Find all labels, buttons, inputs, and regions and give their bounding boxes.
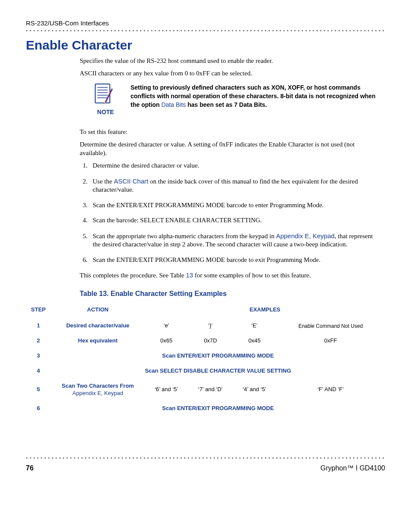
step-5-text-a: Scan the appropriate two alpha-numeric c… [93,233,276,240]
col-step: Step [26,304,51,319]
note-icon [93,83,113,106]
step-1: Determine the desired character or value… [89,162,381,170]
col-examples: Examples [145,304,385,319]
col-action: Action [51,304,145,319]
ascii-chart-link[interactable]: ASCII Chart [114,177,148,185]
table-title: Table 13. Enable Character Setting Examp… [80,289,381,299]
table-row: 4 Scan SELECT DISABLE CHARACTER VALUE SE… [26,364,385,379]
step-3: Scan the ENTER/EXIT PROGRAMMING MODE bar… [89,201,381,210]
note-callout: NOTE Setting to previously defined chara… [93,83,381,116]
step-6: Scan the ENTER/EXIT PROGRAMMING MODE bar… [89,256,381,264]
intro-paragraph-2: ASCII characters or any hex value from 0… [80,69,381,78]
table-row: 3 Scan ENTER/EXIT PROGRAMMING MODE [26,348,385,364]
table-row: 2 Hex equivalent 0x65 0x7D 0x45 0xFF [26,333,385,348]
row5-c4: ‘F’ AND ‘F’ [276,379,385,401]
row2-c1: 0x65 [145,333,188,348]
note-text-part2: has been set as 7 Data Bits. [186,101,267,108]
determine-paragraph: Determine the desired character or value… [80,140,381,157]
closing-text-a: This completes the procedure. See Table [80,272,186,279]
row4-num: 4 [26,364,51,379]
to-set-label: To set this feature: [80,128,381,137]
running-header: RS-232/USB-Com Interfaces [26,19,385,28]
note-text: Setting to previously defined characters… [131,83,381,109]
row2-c3: 0x45 [233,333,276,348]
row1-c4: Enable Command Not Used [276,318,385,333]
page-title: Enable Character [26,37,385,53]
table-row: 6 Scan ENTER/EXIT PROGRAMMING MODE [26,401,385,416]
closing-paragraph: This completes the procedure. See Table … [80,271,381,280]
row1-action: Desired character/value [51,318,145,333]
table-row: 1 Desired character/value ‘e’ ‘}’ ‘E’ En… [26,318,385,333]
row1-c2: ‘}’ [188,318,233,333]
row6-full: Scan ENTER/EXIT PROGRAMMING MODE [51,401,385,416]
row6-num: 6 [26,401,51,416]
row4-full: Scan SELECT DISABLE CHARACTER VALUE SETT… [51,364,385,379]
step-2-text-a: Use the [93,178,114,185]
table-13-link[interactable]: 13 [186,271,193,279]
row1-c1: ‘e’ [145,318,188,333]
row5-appendix-link[interactable]: Appendix E, Keypad [72,390,123,396]
row2-c2: 0x7D [188,333,233,348]
row1-c3: ‘E’ [233,318,276,333]
step-4: Scan the barcode: SELECT ENABLE CHARACTE… [89,216,381,225]
row1-num: 1 [26,318,51,333]
row2-c4: 0xFF [276,333,385,348]
closing-text-b: for some examples of how to set this fea… [193,272,311,279]
product-name: Gryphon™ I GD4100 [321,464,385,473]
row5-c3: ‘4’ and ‘5’ [233,379,276,401]
table-row: 5 Scan Two Characters From Appendix E, K… [26,379,385,401]
table-header-row: Step Action Examples [26,304,385,319]
step-2: Use the ASCII Chart on the inside back c… [89,177,381,194]
row3-num: 3 [26,348,51,364]
divider-dots-bottom: ●●●●●●●●●●●●●●●●●●●●●●●●●●●●●●●●●●●●●●●●… [26,456,385,460]
page-footer: 76 Gryphon™ I GD4100 [26,464,385,473]
procedure-list: Determine the desired character or value… [89,162,381,264]
row5-action: Scan Two Characters From Appendix E, Key… [51,379,145,401]
page-number: 76 [26,464,34,473]
row5-c2: ‘7’ and ‘D’ [188,379,233,401]
row2-action: Hex equivalent [51,333,145,348]
examples-table: Step Action Examples 1 Desired character… [26,304,385,416]
step-5: Scan the appropriate two alpha-numeric c… [89,232,381,249]
note-label: NOTE [93,108,118,116]
svg-rect-0 [95,84,110,103]
row5-c1: ‘6’ and ‘5’ [145,379,188,401]
appendix-e-link[interactable]: Appendix E, Keypad [276,232,335,240]
divider-dots-top: ●●●●●●●●●●●●●●●●●●●●●●●●●●●●●●●●●●●●●●●●… [26,28,385,32]
row5-action-text: Scan Two Characters From [62,383,134,389]
row3-full: Scan ENTER/EXIT PROGRAMMING MODE [51,348,385,364]
intro-paragraph-1: Specifies the value of the RS-232 host c… [80,57,381,65]
row5-num: 5 [26,379,51,401]
row2-num: 2 [26,333,51,348]
data-bits-link[interactable]: Data Bits [162,101,186,108]
